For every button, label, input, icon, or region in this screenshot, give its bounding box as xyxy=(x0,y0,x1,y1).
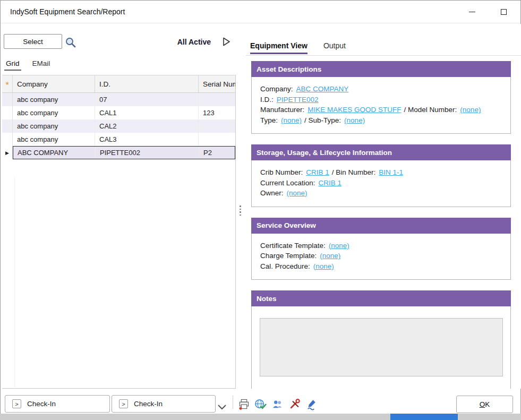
notes-field[interactable] xyxy=(260,318,503,376)
users-icon[interactable] xyxy=(271,398,284,411)
row-gutter xyxy=(2,106,13,119)
cell-id: CAL1 xyxy=(95,106,199,119)
manufacturer-label: Manufacturer: xyxy=(260,106,304,114)
minimize-icon xyxy=(469,12,475,12)
tab-output[interactable]: Output xyxy=(323,41,346,54)
cell-id: 07 xyxy=(95,93,199,106)
cal-procedure-link[interactable]: (none) xyxy=(313,262,334,270)
bottom-toolbar: > Check-In > Check-In xyxy=(1,389,520,414)
column-header-company[interactable]: Company xyxy=(13,75,95,92)
grid-header-row: * Company I.D. Serial Num xyxy=(2,75,235,93)
manufacturer-line: Manufacturer:MIKE MAKES GOOD STUFF/ Mode… xyxy=(260,105,505,115)
storage-lifecycle-section: Storage, Usage, & Lifecycle Information … xyxy=(251,144,511,207)
table-row[interactable]: abc company CAL3 xyxy=(2,133,235,146)
bin-number-link[interactable]: BIN 1-1 xyxy=(379,168,403,176)
owner-label: Owner: xyxy=(260,189,284,197)
cell-company: abc company xyxy=(13,93,95,106)
cell-company: abc company xyxy=(13,119,95,133)
ok-rest: K xyxy=(485,400,490,408)
more-actions-chevron-down-icon[interactable] xyxy=(217,402,227,412)
ok-mnemonic: O xyxy=(480,400,485,408)
signature-icon[interactable] xyxy=(305,398,319,411)
cell-company: ABC COMPANY xyxy=(13,147,96,159)
vertical-splitter[interactable] xyxy=(238,205,242,216)
owner-link[interactable]: (none) xyxy=(287,189,308,197)
globe-check-icon[interactable] xyxy=(254,398,267,411)
equipment-detail-content: Asset Descriptions Company:ABC COMPANY I… xyxy=(251,61,511,389)
section-body: Crib Number:CRIB 1/ Bin Number:BIN 1-1 C… xyxy=(251,160,511,207)
current-location-link[interactable]: CRIB 1 xyxy=(319,179,342,187)
tab-grid[interactable]: Grid xyxy=(6,59,20,71)
row-gutter xyxy=(2,133,13,146)
manufacturer-link[interactable]: MIKE MAKES GOOD STUFF xyxy=(308,106,401,114)
search-icon[interactable] xyxy=(64,36,77,49)
section-header: Asset Descriptions xyxy=(251,61,511,77)
cell-serial: P2 xyxy=(199,147,235,159)
service-overview-section: Service Overview Certificate Template:(n… xyxy=(251,218,511,280)
cal-procedure-line: Cal. Procedure:(none) xyxy=(260,261,505,272)
section-header: Service Overview xyxy=(251,218,511,234)
maximize-button[interactable] xyxy=(492,1,515,23)
cell-company: abc company xyxy=(13,106,95,119)
cell-id: PIPETTE002 xyxy=(96,147,199,159)
id-line: I.D.:PIPETTE002 xyxy=(260,95,505,105)
toolbar-divider xyxy=(233,396,233,409)
cell-serial xyxy=(199,133,235,146)
ok-button[interactable]: OK xyxy=(456,396,513,413)
section-header: Notes xyxy=(251,290,511,306)
tab-email[interactable]: EMail xyxy=(32,59,50,71)
select-button[interactable]: Select xyxy=(4,34,62,49)
asset-descriptions-section: Asset Descriptions Company:ABC COMPANY I… xyxy=(251,61,511,134)
section-body: Certificate Template:(none) Charge Templ… xyxy=(251,234,511,280)
cell-serial xyxy=(199,93,235,106)
certificate-template-label: Certificate Template: xyxy=(260,242,326,250)
check-in-label: Check-In xyxy=(134,400,163,408)
charge-template-label: Charge Template: xyxy=(260,252,317,260)
tabs-divider xyxy=(246,55,521,56)
grid-header-gutter: * xyxy=(2,75,13,92)
title-bar: IndySoft Equipment Search/Report xyxy=(1,1,520,23)
table-row[interactable]: abc company CAL1 123 xyxy=(2,106,235,119)
cell-company: abc company xyxy=(13,133,95,146)
certificate-template-link[interactable]: (none) xyxy=(329,242,349,250)
table-row[interactable]: abc company 07 xyxy=(2,93,235,106)
column-header-id[interactable]: I.D. xyxy=(95,75,199,92)
table-row-selected[interactable]: ▶ ABC COMPANY PIPETTE002 P2 xyxy=(2,146,235,159)
crib-number-link[interactable]: CRIB 1 xyxy=(306,168,329,176)
filter-area: All Active xyxy=(177,37,230,46)
tools-icon[interactable] xyxy=(288,398,302,411)
table-row[interactable]: abc company CAL2 xyxy=(2,119,235,133)
owner-line: Owner:(none) xyxy=(260,188,505,199)
cell-id: CAL3 xyxy=(95,133,199,146)
section-body: Company:ABC COMPANY I.D.:PIPETTE002 Manu… xyxy=(251,77,511,134)
cell-serial xyxy=(199,119,235,133)
certificate-template-line: Certificate Template:(none) xyxy=(260,241,505,251)
charge-template-link[interactable]: (none) xyxy=(320,252,340,260)
type-line: Type:(none)/ Sub-Type:(none) xyxy=(260,115,505,126)
tab-equipment-view[interactable]: Equipment View xyxy=(250,41,308,54)
check-in-button-1[interactable]: > Check-In xyxy=(5,395,110,413)
model-number-link[interactable]: (none) xyxy=(460,106,481,114)
active-filter-label[interactable]: All Active xyxy=(177,38,211,46)
detail-panel: Equipment View Output Asset Descriptions… xyxy=(246,24,521,389)
printer-icon[interactable] xyxy=(237,398,251,411)
company-link[interactable]: ABC COMPANY xyxy=(296,85,349,93)
background-window-fragment xyxy=(390,414,458,420)
column-header-serial[interactable]: Serial Num xyxy=(199,75,235,92)
window-title: IndySoft Equipment Search/Report xyxy=(10,7,125,16)
crib-bin-line: Crib Number:CRIB 1/ Bin Number:BIN 1-1 xyxy=(260,167,505,178)
current-location-line: Current Location:CRIB 1 xyxy=(260,178,505,188)
row-gutter: ▶ xyxy=(2,146,13,159)
bin-number-label: / Bin Number: xyxy=(332,168,376,176)
type-link[interactable]: (none) xyxy=(281,116,302,124)
maximize-icon xyxy=(501,9,507,15)
type-label: Type: xyxy=(260,116,278,124)
run-search-icon[interactable] xyxy=(223,37,230,46)
current-location-label: Current Location: xyxy=(260,179,315,187)
charge-template-line: Charge Template:(none) xyxy=(260,251,505,261)
check-in-button-2[interactable]: > Check-In xyxy=(112,395,216,413)
minimize-button[interactable] xyxy=(460,1,484,23)
id-link[interactable]: PIPETTE002 xyxy=(277,96,319,104)
subtype-link[interactable]: (none) xyxy=(344,116,365,124)
cal-procedure-label: Cal. Procedure: xyxy=(260,262,310,270)
